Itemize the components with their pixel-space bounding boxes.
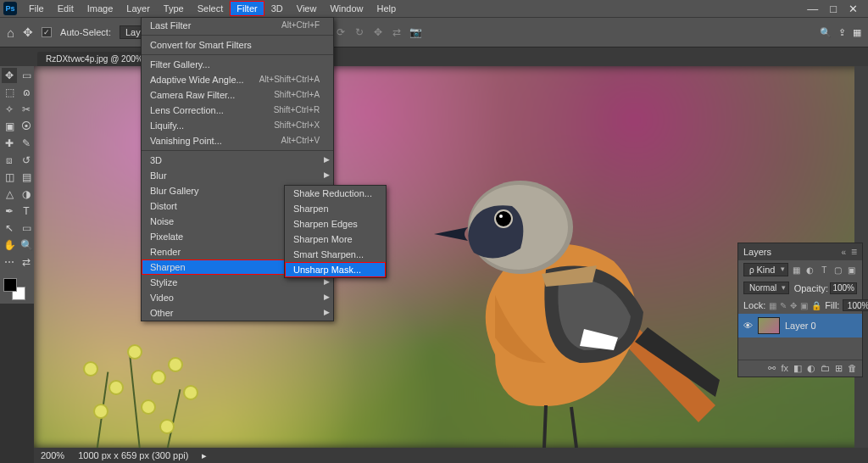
share-icon[interactable]: ⇪	[838, 27, 846, 38]
crop-tool[interactable]: ✂	[19, 102, 34, 117]
healing-tool[interactable]: ✚	[2, 136, 17, 151]
sharpen-menu-item[interactable]: Sharpen	[285, 201, 386, 216]
sharpen-menu-item[interactable]: Sharpen More	[285, 232, 386, 247]
zoom-tool[interactable]: 🔍	[19, 237, 34, 253]
visibility-icon[interactable]: 👁	[743, 321, 753, 331]
minimize-button[interactable]: —	[807, 3, 818, 15]
3d-pan-icon[interactable]: ✥	[371, 25, 385, 39]
collapse-icon[interactable]: «	[841, 248, 846, 257]
filter-menu-item[interactable]: Video▶	[142, 290, 333, 305]
stamp-tool[interactable]: ⧇	[2, 153, 17, 168]
swap-colors-icon[interactable]: ⇄	[19, 254, 34, 270]
layer-mask-icon[interactable]: ◧	[793, 363, 802, 374]
3d-slide-icon[interactable]: ⇄	[390, 25, 403, 39]
foreground-color-swatch[interactable]	[3, 278, 17, 292]
shape-tool[interactable]: ▭	[19, 220, 34, 236]
menu-edit[interactable]: Edit	[51, 1, 81, 16]
sharpen-menu-item[interactable]: Shake Reduction...	[285, 186, 386, 201]
fill-input[interactable]	[843, 299, 868, 311]
lock-all-icon[interactable]: 🔒	[811, 301, 821, 310]
sharpen-submenu: Shake Reduction...SharpenSharpen EdgesSh…	[284, 185, 387, 278]
maximize-button[interactable]: □	[830, 3, 837, 15]
filter-menu-item[interactable]: Liquify...Shift+Ctrl+X	[142, 118, 333, 133]
menu-3d[interactable]: 3D	[264, 1, 290, 16]
lock-position-icon[interactable]: ✥	[790, 301, 797, 310]
hand-tool[interactable]: ✋	[2, 237, 17, 253]
history-brush-tool[interactable]: ↺	[19, 153, 34, 168]
menu-view[interactable]: View	[290, 1, 324, 16]
filter-pixel-icon[interactable]: ▦	[792, 265, 802, 275]
lasso-tool[interactable]: ɷ	[19, 85, 34, 100]
filter-menu-item[interactable]: Vanishing Point...Alt+Ctrl+V	[142, 133, 333, 148]
opacity-input[interactable]	[830, 282, 857, 294]
filter-menu-item[interactable]: Filter Gallery...	[142, 57, 333, 72]
layer-row[interactable]: 👁 Layer 0	[738, 314, 862, 337]
search-icon[interactable]: 🔍	[820, 27, 832, 38]
doc-info[interactable]: 1000 px x 659 px (300 ppi)	[78, 450, 188, 460]
opacity-label: Opacity:	[794, 283, 828, 293]
pen-tool[interactable]: ✒	[2, 204, 17, 219]
filter-menu-item[interactable]: Blur▶	[142, 168, 333, 183]
filter-shape-icon[interactable]: ▢	[832, 265, 843, 275]
close-button[interactable]: ✕	[849, 3, 858, 15]
filter-menu-item[interactable]: Other▶	[142, 305, 333, 321]
filter-adjust-icon[interactable]: ◐	[805, 265, 815, 275]
sharpen-menu-item[interactable]: Sharpen Edges	[285, 216, 386, 232]
path-tool[interactable]: ↖	[2, 220, 17, 236]
lock-transparency-icon[interactable]: ▦	[769, 301, 776, 310]
sharpen-menu-item[interactable]: Unsharp Mask...	[285, 262, 386, 277]
link-layers-icon[interactable]: ⚯	[768, 363, 776, 374]
marquee-tool[interactable]: ⬚	[2, 85, 17, 100]
zoom-level[interactable]: 200%	[41, 450, 64, 460]
layers-panel-title-bar[interactable]: Layers « ≡	[738, 243, 862, 260]
color-swatches[interactable]	[2, 276, 32, 302]
menu-type[interactable]: Type	[157, 1, 191, 16]
home-icon[interactable]: ⌂	[7, 25, 14, 40]
doc-info-arrow-icon[interactable]: ▸	[202, 450, 207, 461]
blend-mode-select[interactable]: Normal	[743, 282, 789, 294]
new-layer-icon[interactable]: ⊞	[835, 363, 843, 374]
gradient-tool[interactable]: ▤	[19, 170, 34, 185]
artboard-tool[interactable]: ▭	[19, 68, 34, 83]
3d-orbit-icon[interactable]: ⟳	[334, 25, 348, 39]
brush-tool[interactable]: ✎	[19, 136, 34, 151]
layer-thumbnail[interactable]	[758, 317, 780, 334]
filter-menu-item[interactable]: Adaptive Wide Angle...Alt+Shift+Ctrl+A	[142, 72, 333, 87]
edit-toolbar[interactable]: ⋯	[2, 254, 17, 270]
eraser-tool[interactable]: ◫	[2, 170, 17, 185]
menu-file[interactable]: File	[22, 1, 51, 16]
group-icon[interactable]: 🗀	[821, 363, 830, 374]
adjustment-layer-icon[interactable]: ◐	[807, 363, 815, 374]
filter-menu-item[interactable]: 3D▶	[142, 153, 333, 168]
blur-tool[interactable]: △	[2, 187, 17, 202]
move-tool[interactable]: ✥	[2, 68, 17, 83]
layer-style-icon[interactable]: fx	[781, 363, 788, 374]
filter-menu-item[interactable]: Camera Raw Filter...Shift+Ctrl+A	[142, 87, 333, 103]
3d-roll-icon[interactable]: ↻	[353, 25, 366, 39]
type-tool[interactable]: T	[19, 204, 34, 219]
menu-select[interactable]: Select	[191, 1, 231, 16]
layer-name[interactable]: Layer 0	[785, 321, 816, 331]
frame-tool[interactable]: ▣	[2, 119, 17, 134]
menu-help[interactable]: Help	[370, 1, 403, 16]
magic-wand-tool[interactable]: ✧	[2, 102, 17, 117]
menu-layer[interactable]: Layer	[120, 1, 157, 16]
delete-layer-icon[interactable]: 🗑	[848, 363, 857, 374]
menu-image[interactable]: Image	[81, 1, 120, 16]
filter-menu-item[interactable]: Lens Correction...Shift+Ctrl+R	[142, 103, 333, 118]
filter-type-icon[interactable]: T	[819, 265, 829, 275]
sharpen-menu-item[interactable]: Smart Sharpen...	[285, 247, 386, 262]
menu-filter[interactable]: Filter	[230, 1, 264, 16]
lock-artboard-icon[interactable]: ▣	[800, 301, 808, 310]
dodge-tool[interactable]: ◑	[19, 187, 34, 202]
filter-smart-icon[interactable]: ▣	[847, 265, 857, 275]
eyedropper-tool[interactable]: ⦿	[19, 119, 34, 134]
menu-separator	[142, 150, 333, 151]
auto-select-checkbox[interactable]: ✓	[42, 27, 52, 37]
panel-menu-icon[interactable]: ≡	[851, 246, 857, 258]
menu-window[interactable]: Window	[323, 1, 370, 16]
lock-image-icon[interactable]: ✎	[780, 301, 787, 310]
workspace-icon[interactable]: ▦	[853, 27, 861, 38]
filter-kind-select[interactable]: ρ Kind	[743, 263, 788, 276]
3d-camera-icon[interactable]: 📷	[409, 25, 422, 39]
